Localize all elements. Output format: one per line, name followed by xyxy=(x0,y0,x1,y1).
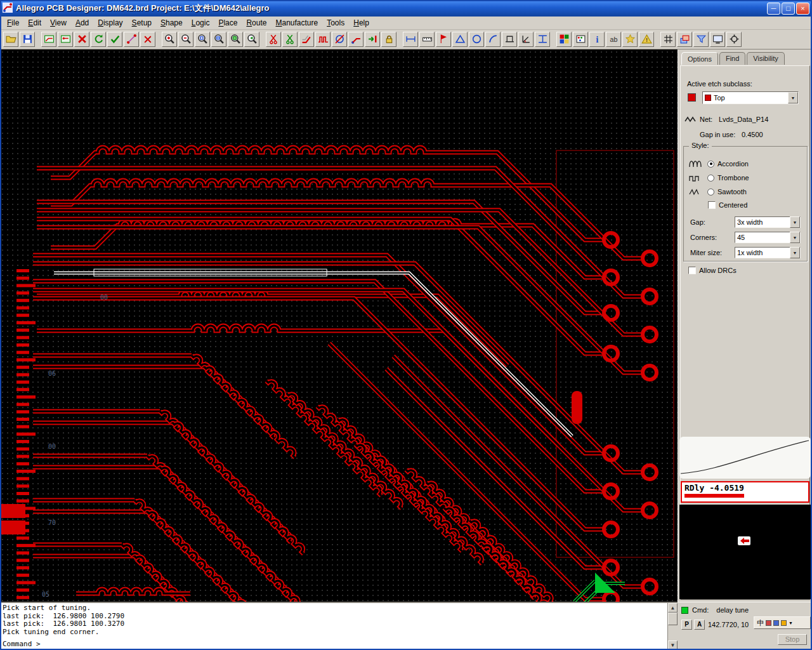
status-check-button[interactable] xyxy=(107,32,122,47)
ime-icon-3[interactable] xyxy=(781,620,787,626)
ime-icon-2[interactable] xyxy=(773,620,779,626)
scroll-up-button[interactable]: ▲ xyxy=(668,603,678,613)
zoom-points-button[interactable] xyxy=(195,32,210,47)
close-button[interactable]: × xyxy=(796,3,809,15)
slide-button[interactable] xyxy=(299,32,314,47)
connector-pin[interactable] xyxy=(16,559,29,562)
connector-pin[interactable] xyxy=(16,321,36,324)
zoom-in-button[interactable] xyxy=(162,32,177,47)
custom-route-button[interactable] xyxy=(348,32,363,47)
pin-pad[interactable] xyxy=(643,251,657,265)
chevron-down-icon[interactable]: ▼ xyxy=(790,232,800,243)
angle-button[interactable] xyxy=(518,32,534,47)
chevron-down-icon[interactable]: ▼ xyxy=(790,247,800,258)
triangle-button[interactable] xyxy=(452,32,468,47)
console-scrollbar[interactable]: ▲ ▼ xyxy=(667,603,678,650)
zoom-out-button[interactable] xyxy=(178,32,193,47)
connector-pin[interactable] xyxy=(16,291,29,295)
etch-trace[interactable] xyxy=(37,219,603,354)
connector-pin[interactable] xyxy=(16,388,29,391)
extend-trace-button[interactable] xyxy=(282,32,298,47)
menu-add[interactable]: Add xyxy=(71,17,93,29)
menu-help[interactable]: Help xyxy=(349,17,374,29)
connector-pin[interactable] xyxy=(16,544,36,547)
menu-manufacture[interactable]: Manufacture xyxy=(271,17,322,29)
scroll-thumb[interactable] xyxy=(668,613,678,625)
pin-pad[interactable] xyxy=(643,580,657,594)
sawtooth-radio[interactable] xyxy=(707,189,714,196)
menu-tools[interactable]: Tools xyxy=(322,17,349,29)
serpentine-trace[interactable] xyxy=(287,390,405,508)
menu-edit[interactable]: Edit xyxy=(23,17,46,29)
etch-color-swatch[interactable] xyxy=(688,93,696,102)
chevron-down-icon[interactable]: ▼ xyxy=(788,92,798,103)
pin-pad[interactable] xyxy=(604,306,618,320)
menu-file[interactable]: File xyxy=(3,17,23,29)
a-button[interactable]: A xyxy=(694,620,705,630)
trombone-radio[interactable] xyxy=(707,175,714,182)
connector-pin[interactable] xyxy=(16,403,29,406)
connector-pin[interactable] xyxy=(16,366,29,369)
refresh-button[interactable] xyxy=(91,32,106,47)
zoom-fit-button[interactable] xyxy=(211,32,226,47)
maximize-button[interactable]: □ xyxy=(782,3,795,15)
connector-pin[interactable] xyxy=(16,432,36,435)
p-button[interactable]: P xyxy=(681,620,692,630)
connector-pin[interactable] xyxy=(16,500,29,503)
centered-checkbox[interactable] xyxy=(708,201,716,209)
allow-drcs-checkbox[interactable] xyxy=(688,267,696,274)
connector-pin[interactable] xyxy=(16,336,29,339)
connector-pin[interactable] xyxy=(16,299,29,302)
arc-tool-button[interactable] xyxy=(485,32,501,47)
pin-pad[interactable] xyxy=(643,289,657,303)
pcb-canvas[interactable]: 0006007005 xyxy=(0,50,678,602)
layers-button[interactable] xyxy=(677,32,692,47)
ruler-button[interactable] xyxy=(419,32,435,47)
serpentine-trace[interactable] xyxy=(376,454,485,564)
connector-pin[interactable] xyxy=(16,462,29,465)
board-select-button[interactable] xyxy=(41,32,56,47)
save-button[interactable] xyxy=(20,32,35,47)
connector-pin[interactable] xyxy=(16,455,29,458)
connector-pin[interactable] xyxy=(16,425,29,428)
connector-pin[interactable] xyxy=(16,358,36,361)
etch-trace[interactable] xyxy=(393,356,643,587)
connector-pin[interactable] xyxy=(16,373,29,376)
pin-pad[interactable] xyxy=(604,522,618,536)
tab-options[interactable]: Options xyxy=(681,52,718,65)
connector-pin[interactable] xyxy=(16,395,36,399)
connector-pin[interactable] xyxy=(16,492,29,495)
text-edit-button[interactable]: ab xyxy=(606,32,621,47)
marker-button[interactable] xyxy=(436,32,451,47)
menu-place[interactable]: Place xyxy=(214,17,242,29)
chevron-down-icon[interactable]: ▼ xyxy=(790,216,800,228)
delete-button[interactable] xyxy=(74,32,89,47)
zoom-previous-button[interactable] xyxy=(244,32,259,47)
connector-pin[interactable] xyxy=(16,596,29,599)
serpentine-trace[interactable] xyxy=(266,378,384,496)
ime-toolbar[interactable]: 中 ▼ xyxy=(754,616,811,629)
serpentine-trace[interactable] xyxy=(204,364,298,458)
connector-pin[interactable] xyxy=(16,284,36,287)
connector-pin[interactable] xyxy=(16,381,29,384)
shove-button[interactable] xyxy=(365,32,380,47)
zoom-world-button[interactable] xyxy=(228,32,243,47)
smd-pad[interactable] xyxy=(572,391,582,424)
connector-pin[interactable] xyxy=(16,410,29,413)
pin-pad[interactable] xyxy=(643,328,657,342)
connector-pin[interactable] xyxy=(16,343,29,347)
grid-button[interactable] xyxy=(660,32,676,47)
connector-pin[interactable] xyxy=(16,269,29,272)
stop-button[interactable]: Stop xyxy=(778,634,807,645)
scroll-down-button[interactable]: ▼ xyxy=(668,640,678,650)
color-dialog-button[interactable] xyxy=(556,32,572,47)
minimize-button[interactable]: ─ xyxy=(767,3,780,15)
connector-pin[interactable] xyxy=(16,470,36,473)
ime-lang-icon[interactable]: 中 xyxy=(757,618,764,628)
connector-pin[interactable] xyxy=(16,552,29,555)
connector-pin[interactable] xyxy=(16,418,29,421)
palette-button[interactable] xyxy=(573,32,588,47)
caliper-button[interactable] xyxy=(535,32,550,47)
connector-pin[interactable] xyxy=(16,440,29,443)
connector-pin[interactable] xyxy=(16,477,29,481)
